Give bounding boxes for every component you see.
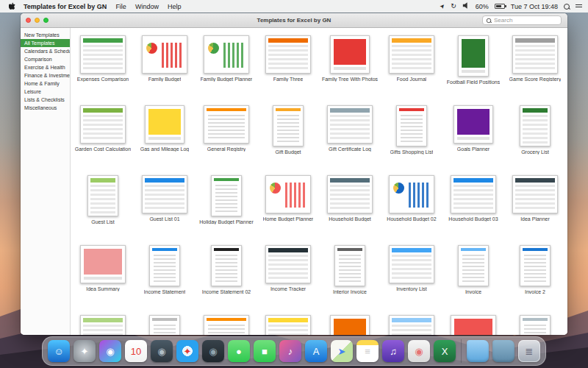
dock-finder-icon[interactable]: ☺ [48, 340, 70, 362]
template-item[interactable]: Guest List [72, 174, 134, 244]
template-item[interactable] [504, 314, 566, 335]
template-item[interactable]: Income Statement [134, 244, 196, 314]
template-item[interactable]: Household Budget 03 [442, 174, 504, 244]
template-thumbnail[interactable] [458, 35, 489, 77]
zoom-button[interactable] [43, 18, 49, 23]
template-thumbnail[interactable] [145, 105, 184, 144]
template-item[interactable]: Food Journal [381, 34, 442, 104]
template-item[interactable]: General Registry [196, 104, 257, 174]
template-thumbnail[interactable] [396, 105, 427, 146]
template-thumbnail[interactable] [265, 315, 311, 335]
dock-messages-icon[interactable]: ● [228, 340, 250, 362]
template-thumbnail[interactable] [204, 315, 249, 335]
template-item[interactable]: Income Tracker [257, 244, 319, 314]
dock-app-store-icon[interactable]: A [305, 340, 327, 362]
dock-camera-app-icon[interactable]: ◉ [202, 340, 224, 362]
dock-folder-downloads-icon[interactable] [492, 340, 514, 362]
dock-facetime-icon[interactable]: ■ [254, 340, 276, 362]
dock-calendar-icon[interactable]: 10 [125, 340, 147, 362]
template-thumbnail[interactable] [265, 35, 311, 74]
sidebar-item-new-templates[interactable]: New Templates [21, 31, 70, 39]
template-thumbnail[interactable] [211, 175, 242, 216]
template-item[interactable] [72, 314, 134, 335]
template-item[interactable] [196, 314, 257, 335]
template-item[interactable]: Idea Summary [72, 244, 134, 314]
template-thumbnail[interactable] [80, 315, 126, 335]
dock-podcasts-icon[interactable]: ♫ [382, 340, 404, 362]
sidebar-item-lists-checklists[interactable]: Lists & Checklists [21, 96, 70, 104]
template-item[interactable]: Guest List 01 [134, 174, 196, 244]
template-thumbnail[interactable] [273, 105, 304, 146]
template-item[interactable]: Idea Planner [504, 174, 566, 244]
sidebar-item-all-templates[interactable]: All Templates [21, 39, 70, 47]
template-item[interactable]: Family Budget Planner [196, 34, 257, 104]
sidebar-item-exercise-health[interactable]: Exercise & Health [21, 63, 70, 71]
template-thumbnail[interactable] [211, 245, 242, 286]
template-item[interactable]: Household Budget 02 [381, 174, 442, 244]
template-thumbnail[interactable] [520, 245, 551, 286]
window-titlebar[interactable]: Templates for Excel by GN Search [21, 13, 567, 28]
sidebar-item-leisure[interactable]: Leisure [21, 88, 70, 96]
dock-notes-icon[interactable]: ≡ [356, 340, 379, 362]
dock-maps-icon[interactable]: ➤ [331, 340, 353, 362]
template-thumbnail[interactable] [520, 105, 551, 146]
spotlight-icon[interactable] [564, 4, 570, 10]
dock-safari-icon[interactable]: ✦ [176, 340, 198, 362]
minimize-button[interactable] [35, 18, 40, 23]
dock-trash-icon[interactable]: ≣ [518, 340, 540, 362]
template-thumbnail[interactable] [80, 105, 126, 144]
template-thumbnail[interactable] [330, 315, 370, 335]
template-thumbnail[interactable] [389, 245, 434, 283]
template-item[interactable]: Goals Planner [442, 104, 504, 174]
template-thumbnail[interactable] [512, 35, 558, 74]
template-item[interactable]: Gifts Shopping List [381, 104, 442, 174]
template-thumbnail[interactable] [389, 175, 434, 213]
template-thumbnail[interactable] [334, 245, 365, 286]
template-item[interactable]: Holiday Budget Planner [196, 174, 257, 244]
template-thumbnail[interactable] [458, 245, 489, 286]
dock-launchpad-icon[interactable]: ✦ [74, 340, 96, 362]
template-thumbnail[interactable] [520, 315, 551, 335]
template-item[interactable]: Gas and Mileage Log [134, 104, 196, 174]
battery-icon[interactable] [495, 4, 505, 9]
dock-excel-icon[interactable]: X [434, 340, 456, 362]
template-thumbnail[interactable] [389, 315, 434, 335]
template-thumbnail[interactable] [149, 245, 180, 286]
template-item[interactable]: Expenses Comparison [72, 34, 134, 104]
template-item[interactable] [319, 314, 381, 335]
template-item[interactable]: Family Three [257, 34, 319, 104]
close-button[interactable] [26, 18, 31, 23]
dock-itunes-icon[interactable]: ♪ [279, 340, 301, 362]
template-item[interactable]: Grocery List [504, 104, 566, 174]
template-item[interactable] [257, 314, 319, 335]
menu-window[interactable]: Window [135, 3, 159, 10]
dock-photo-booth-icon[interactable]: ◉ [151, 340, 173, 362]
template-item[interactable]: Invoice 2 [504, 244, 566, 314]
volume-icon[interactable] [462, 2, 470, 10]
menu-file[interactable]: File [115, 3, 126, 10]
sidebar-item-finance-investment[interactable]: Finance & Investment [21, 71, 70, 79]
template-thumbnail[interactable] [453, 105, 493, 144]
time-machine-icon[interactable]: ↻ [451, 3, 456, 10]
sidebar-item-miscellaneous[interactable]: Miscellaneous [21, 104, 70, 112]
template-item[interactable]: Gift Certificate Log [319, 104, 381, 174]
template-item[interactable]: Interior Invoice [319, 244, 381, 314]
template-thumbnail[interactable] [80, 35, 126, 74]
template-item[interactable]: Family Tree With Photos [319, 34, 381, 104]
dock-photo-booth-2-icon[interactable]: ◉ [408, 340, 430, 362]
sidebar-item-comparison[interactable]: Comparison [21, 55, 70, 63]
sidebar-item-home-family[interactable]: Home & Family [21, 79, 70, 88]
template-item[interactable]: Home Budget Planner [257, 174, 319, 244]
sidebar-item-calendars-schedules[interactable]: Calendars & Schedules [21, 47, 70, 55]
template-thumbnail[interactable] [330, 35, 370, 74]
menubar-app-name[interactable]: Templates for Excel by GN [24, 3, 107, 10]
template-item[interactable] [134, 314, 196, 335]
location-icon[interactable]: ➤ [439, 2, 446, 10]
template-item[interactable]: Income Statement 02 [196, 244, 257, 314]
template-thumbnail[interactable] [451, 175, 496, 213]
template-thumbnail[interactable] [327, 105, 373, 144]
template-thumbnail[interactable] [204, 105, 249, 144]
apple-menu-icon[interactable] [9, 2, 16, 11]
template-item[interactable]: Gift Budget [257, 104, 319, 174]
template-item[interactable] [381, 314, 442, 335]
